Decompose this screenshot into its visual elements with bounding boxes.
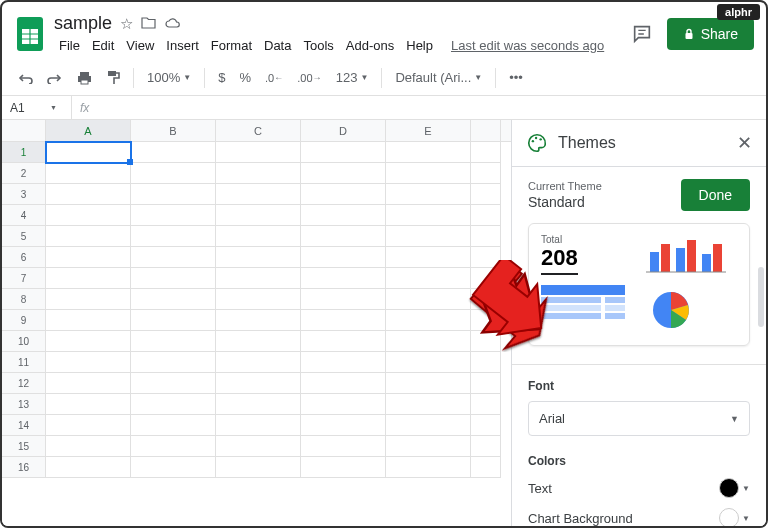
- menu-format[interactable]: Format: [206, 36, 257, 55]
- select-all-corner[interactable]: [2, 120, 46, 141]
- cell[interactable]: [471, 205, 501, 226]
- menu-tools[interactable]: Tools: [298, 36, 338, 55]
- row-header[interactable]: 16: [2, 457, 46, 478]
- cell[interactable]: [471, 436, 501, 457]
- share-button[interactable]: Share: [667, 18, 754, 50]
- cell[interactable]: [46, 289, 131, 310]
- cell[interactable]: [216, 289, 301, 310]
- decrease-decimal-button[interactable]: .0←: [260, 68, 288, 88]
- menu-data[interactable]: Data: [259, 36, 296, 55]
- row-header[interactable]: 1: [2, 142, 46, 163]
- zoom-dropdown[interactable]: 100%▼: [142, 67, 196, 88]
- comments-icon[interactable]: [631, 23, 653, 45]
- column-header[interactable]: E: [386, 120, 471, 141]
- row-header[interactable]: 11: [2, 352, 46, 373]
- cell[interactable]: [216, 142, 301, 163]
- cell[interactable]: [216, 331, 301, 352]
- theme-preview-card[interactable]: Total 208: [528, 223, 750, 346]
- cell[interactable]: [131, 205, 216, 226]
- column-header[interactable]: A: [46, 120, 131, 141]
- row-header[interactable]: 15: [2, 436, 46, 457]
- cell[interactable]: [131, 268, 216, 289]
- cell[interactable]: [386, 247, 471, 268]
- theme-font-dropdown[interactable]: Arial ▼: [528, 401, 750, 436]
- font-family-dropdown[interactable]: Default (Ari...▼: [390, 67, 487, 88]
- close-icon[interactable]: ✕: [737, 132, 752, 154]
- star-icon[interactable]: ☆: [120, 15, 133, 33]
- cell[interactable]: [46, 415, 131, 436]
- cell[interactable]: [386, 415, 471, 436]
- panel-scrollbar[interactable]: [758, 267, 764, 327]
- cell[interactable]: [301, 226, 386, 247]
- cell[interactable]: [386, 352, 471, 373]
- cell[interactable]: [471, 142, 501, 163]
- cell[interactable]: [301, 205, 386, 226]
- cell[interactable]: [386, 394, 471, 415]
- cell[interactable]: [471, 373, 501, 394]
- cell[interactable]: [471, 331, 501, 352]
- cell[interactable]: [131, 415, 216, 436]
- cell[interactable]: [471, 247, 501, 268]
- cell[interactable]: [301, 394, 386, 415]
- cell[interactable]: [301, 352, 386, 373]
- cell[interactable]: [386, 457, 471, 478]
- cell[interactable]: [216, 415, 301, 436]
- cell[interactable]: [471, 226, 501, 247]
- cell[interactable]: [46, 226, 131, 247]
- menu-view[interactable]: View: [121, 36, 159, 55]
- menu-addons[interactable]: Add-ons: [341, 36, 399, 55]
- cell[interactable]: [131, 394, 216, 415]
- cell[interactable]: [386, 184, 471, 205]
- cell[interactable]: [386, 205, 471, 226]
- cell[interactable]: [386, 436, 471, 457]
- column-header[interactable]: D: [301, 120, 386, 141]
- cell[interactable]: [46, 457, 131, 478]
- format-currency-button[interactable]: $: [213, 66, 230, 89]
- row-header[interactable]: 7: [2, 268, 46, 289]
- cell[interactable]: [386, 226, 471, 247]
- cell[interactable]: [131, 331, 216, 352]
- row-header[interactable]: 2: [2, 163, 46, 184]
- cell[interactable]: [471, 394, 501, 415]
- cell[interactable]: [131, 226, 216, 247]
- row-header[interactable]: 14: [2, 415, 46, 436]
- cell[interactable]: [216, 268, 301, 289]
- menu-file[interactable]: File: [54, 36, 85, 55]
- cell[interactable]: [386, 289, 471, 310]
- column-header[interactable]: C: [216, 120, 301, 141]
- cell[interactable]: [46, 310, 131, 331]
- column-header[interactable]: B: [131, 120, 216, 141]
- row-header[interactable]: 9: [2, 310, 46, 331]
- cell[interactable]: [301, 163, 386, 184]
- cell[interactable]: [216, 436, 301, 457]
- cell[interactable]: [46, 373, 131, 394]
- more-formats-dropdown[interactable]: 123▼: [331, 67, 374, 88]
- cell[interactable]: [386, 310, 471, 331]
- cell[interactable]: [301, 184, 386, 205]
- cell[interactable]: [46, 247, 131, 268]
- menu-help[interactable]: Help: [401, 36, 438, 55]
- spreadsheet-grid[interactable]: A B C D E 12345678910111213141516: [2, 120, 511, 526]
- cell[interactable]: [301, 142, 386, 163]
- cell[interactable]: [216, 205, 301, 226]
- move-folder-icon[interactable]: [141, 15, 156, 32]
- format-percent-button[interactable]: %: [234, 66, 256, 89]
- cell[interactable]: [301, 415, 386, 436]
- cell[interactable]: [216, 163, 301, 184]
- cell[interactable]: [131, 436, 216, 457]
- cell[interactable]: [301, 310, 386, 331]
- cell[interactable]: [216, 226, 301, 247]
- cell[interactable]: [131, 247, 216, 268]
- cell[interactable]: [471, 415, 501, 436]
- cell[interactable]: [46, 142, 131, 163]
- cell[interactable]: [131, 373, 216, 394]
- cell[interactable]: [471, 289, 501, 310]
- sheets-logo-icon[interactable]: [14, 13, 46, 55]
- document-title[interactable]: sample: [54, 13, 112, 34]
- cell[interactable]: [471, 457, 501, 478]
- cell[interactable]: [46, 163, 131, 184]
- done-button[interactable]: Done: [681, 179, 750, 211]
- row-header[interactable]: 8: [2, 289, 46, 310]
- row-header[interactable]: 4: [2, 205, 46, 226]
- row-header[interactable]: 12: [2, 373, 46, 394]
